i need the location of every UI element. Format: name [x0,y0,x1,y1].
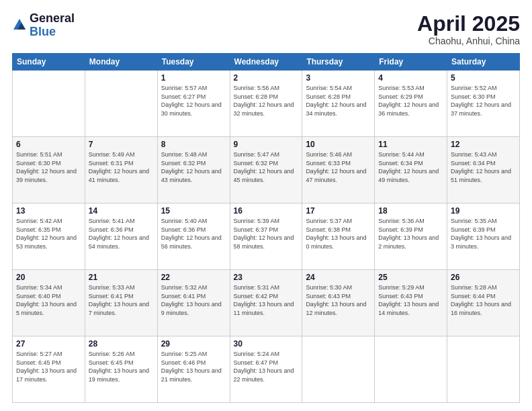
day-info: Sunrise: 5:39 AM Sunset: 6:37 PM Dayligh… [234,217,299,250]
day-number: 26 [451,273,516,282]
day-info: Sunrise: 5:25 AM Sunset: 6:46 PM Dayligh… [161,350,226,383]
day-info: Sunrise: 5:44 AM Sunset: 6:34 PM Dayligh… [378,150,443,184]
day-info: Sunrise: 5:32 AM Sunset: 6:41 PM Dayligh… [161,283,226,317]
calendar-cell: 4Sunrise: 5:53 AM Sunset: 6:29 PM Daylig… [375,71,447,137]
calendar-cell: 11Sunrise: 5:44 AM Sunset: 6:34 PM Dayli… [375,137,447,203]
day-number: 7 [89,140,154,149]
day-number: 27 [16,339,81,349]
day-number: 19 [451,206,516,216]
calendar-cell: 29Sunrise: 5:25 AM Sunset: 6:46 PM Dayli… [157,336,230,403]
day-number: 9 [234,140,299,149]
col-friday: Friday [375,54,447,71]
day-number: 24 [306,273,371,282]
day-number: 14 [89,206,154,216]
calendar-cell: 5Sunrise: 5:52 AM Sunset: 6:30 PM Daylig… [447,71,520,137]
calendar-cell: 15Sunrise: 5:40 AM Sunset: 6:36 PM Dayli… [157,203,230,270]
day-number: 1 [161,73,226,83]
calendar-cell: 2Sunrise: 5:56 AM Sunset: 6:28 PM Daylig… [230,71,302,137]
day-number: 17 [306,206,371,216]
day-number: 22 [161,273,226,282]
calendar-week-3: 20Sunrise: 5:34 AM Sunset: 6:40 PM Dayli… [13,270,520,336]
calendar-cell: 20Sunrise: 5:34 AM Sunset: 6:40 PM Dayli… [13,270,85,336]
col-thursday: Thursday [302,54,375,71]
calendar-cell: 12Sunrise: 5:43 AM Sunset: 6:34 PM Dayli… [447,137,520,203]
title-block: April 2025 Chaohu, Anhui, China [417,12,520,46]
day-info: Sunrise: 5:36 AM Sunset: 6:39 PM Dayligh… [378,217,443,250]
calendar-cell: 3Sunrise: 5:54 AM Sunset: 6:28 PM Daylig… [302,71,375,137]
calendar-cell: 23Sunrise: 5:31 AM Sunset: 6:42 PM Dayli… [230,270,302,336]
day-number: 4 [378,73,443,83]
calendar-cell: 21Sunrise: 5:33 AM Sunset: 6:41 PM Dayli… [85,270,157,336]
day-number: 12 [451,140,516,149]
day-number: 13 [16,206,81,216]
logo-general: General [30,12,75,26]
logo: General Blue [12,12,75,39]
day-number: 20 [16,273,81,282]
day-info: Sunrise: 5:40 AM Sunset: 6:36 PM Dayligh… [161,217,226,250]
calendar-cell [13,71,85,137]
title-month: April 2025 [417,12,520,36]
logo-blue: Blue [30,26,75,39]
calendar-cell: 26Sunrise: 5:28 AM Sunset: 6:44 PM Dayli… [447,270,520,336]
col-wednesday: Wednesday [230,54,302,71]
calendar-week-4: 27Sunrise: 5:27 AM Sunset: 6:45 PM Dayli… [13,336,520,403]
day-info: Sunrise: 5:47 AM Sunset: 6:32 PM Dayligh… [234,150,299,184]
calendar-cell [375,336,447,403]
day-info: Sunrise: 5:43 AM Sunset: 6:34 PM Dayligh… [451,150,516,184]
page: General Blue April 2025 Chaohu, Anhui, C… [0,0,532,411]
calendar-week-1: 6Sunrise: 5:51 AM Sunset: 6:30 PM Daylig… [13,137,520,203]
calendar-table: Sunday Monday Tuesday Wednesday Thursday… [12,53,520,403]
calendar-cell: 1Sunrise: 5:57 AM Sunset: 6:27 PM Daylig… [157,71,230,137]
day-number: 29 [161,339,226,349]
day-info: Sunrise: 5:53 AM Sunset: 6:29 PM Dayligh… [378,84,443,118]
header: General Blue April 2025 Chaohu, Anhui, C… [12,12,520,46]
day-info: Sunrise: 5:56 AM Sunset: 6:28 PM Dayligh… [234,84,299,118]
day-info: Sunrise: 5:24 AM Sunset: 6:47 PM Dayligh… [234,350,299,383]
day-info: Sunrise: 5:35 AM Sunset: 6:39 PM Dayligh… [451,217,516,250]
calendar-cell: 30Sunrise: 5:24 AM Sunset: 6:47 PM Dayli… [230,336,302,403]
day-info: Sunrise: 5:54 AM Sunset: 6:28 PM Dayligh… [306,84,371,118]
calendar-cell: 9Sunrise: 5:47 AM Sunset: 6:32 PM Daylig… [230,137,302,203]
day-info: Sunrise: 5:31 AM Sunset: 6:42 PM Dayligh… [234,283,299,317]
day-info: Sunrise: 5:51 AM Sunset: 6:30 PM Dayligh… [16,150,81,184]
calendar-cell: 6Sunrise: 5:51 AM Sunset: 6:30 PM Daylig… [13,137,85,203]
calendar-cell: 28Sunrise: 5:26 AM Sunset: 6:45 PM Dayli… [85,336,157,403]
day-info: Sunrise: 5:26 AM Sunset: 6:45 PM Dayligh… [89,350,154,383]
calendar-cell [85,71,157,137]
col-tuesday: Tuesday [157,54,230,71]
day-number: 2 [234,73,299,83]
day-info: Sunrise: 5:33 AM Sunset: 6:41 PM Dayligh… [89,283,154,317]
col-monday: Monday [85,54,157,71]
calendar-cell: 22Sunrise: 5:32 AM Sunset: 6:41 PM Dayli… [157,270,230,336]
calendar-cell [447,336,520,403]
day-info: Sunrise: 5:34 AM Sunset: 6:40 PM Dayligh… [16,283,81,317]
title-location: Chaohu, Anhui, China [417,36,520,46]
day-info: Sunrise: 5:41 AM Sunset: 6:36 PM Dayligh… [89,217,154,250]
col-saturday: Saturday [447,54,520,71]
day-info: Sunrise: 5:46 AM Sunset: 6:33 PM Dayligh… [306,150,371,184]
day-info: Sunrise: 5:49 AM Sunset: 6:31 PM Dayligh… [89,150,154,184]
day-number: 10 [306,140,371,149]
calendar-cell: 7Sunrise: 5:49 AM Sunset: 6:31 PM Daylig… [85,137,157,203]
day-info: Sunrise: 5:29 AM Sunset: 6:43 PM Dayligh… [378,283,443,317]
day-number: 3 [306,73,371,83]
calendar-cell: 14Sunrise: 5:41 AM Sunset: 6:36 PM Dayli… [85,203,157,270]
logo-icon [12,17,27,32]
calendar-cell: 17Sunrise: 5:37 AM Sunset: 6:38 PM Dayli… [302,203,375,270]
day-info: Sunrise: 5:48 AM Sunset: 6:32 PM Dayligh… [161,150,226,184]
day-number: 18 [378,206,443,216]
calendar-cell: 16Sunrise: 5:39 AM Sunset: 6:37 PM Dayli… [230,203,302,270]
day-number: 15 [161,206,226,216]
day-number: 23 [234,273,299,282]
day-number: 30 [234,339,299,349]
day-info: Sunrise: 5:42 AM Sunset: 6:35 PM Dayligh… [16,217,81,250]
calendar-cell: 19Sunrise: 5:35 AM Sunset: 6:39 PM Dayli… [447,203,520,270]
calendar-week-0: 1Sunrise: 5:57 AM Sunset: 6:27 PM Daylig… [13,71,520,137]
day-number: 5 [451,73,516,83]
day-number: 11 [378,140,443,149]
day-info: Sunrise: 5:28 AM Sunset: 6:44 PM Dayligh… [451,283,516,317]
day-info: Sunrise: 5:27 AM Sunset: 6:45 PM Dayligh… [16,350,81,383]
day-number: 8 [161,140,226,149]
logo-text: General Blue [30,12,75,39]
calendar-cell: 27Sunrise: 5:27 AM Sunset: 6:45 PM Dayli… [13,336,85,403]
